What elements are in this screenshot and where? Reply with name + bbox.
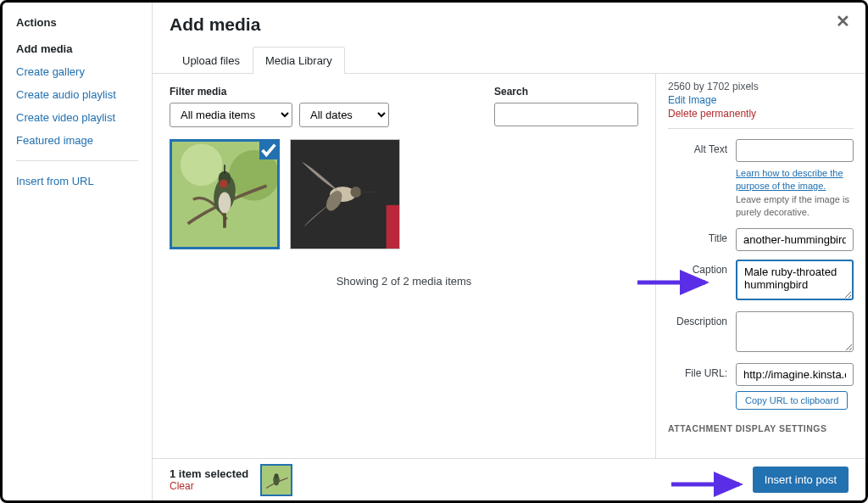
search-input[interactable] bbox=[494, 103, 638, 126]
filter-media-label: Filter media bbox=[170, 86, 389, 98]
file-url-label: File URL: bbox=[668, 363, 727, 410]
svg-point-14 bbox=[275, 473, 279, 478]
alt-text-label: Alt Text bbox=[668, 139, 727, 220]
sidebar-item-add-media[interactable]: Add media bbox=[3, 37, 152, 60]
alt-help-text: Learn how to describe the purpose of the… bbox=[736, 167, 854, 220]
description-label: Description bbox=[668, 311, 727, 355]
hummingbird-perched-mini-image bbox=[262, 466, 291, 495]
svg-point-1 bbox=[181, 143, 223, 186]
attachment-display-settings-heading: ATTACHMENT DISPLAY SETTINGS bbox=[668, 423, 854, 433]
filter-type-select[interactable]: All media items bbox=[170, 103, 292, 127]
filter-date-select[interactable]: All dates bbox=[299, 103, 389, 127]
edit-image-link[interactable]: Edit Image bbox=[668, 94, 854, 106]
sidebar-item-create-video-playlist[interactable]: Create video playlist bbox=[3, 106, 152, 129]
media-thumb-1[interactable] bbox=[170, 139, 280, 249]
modal-footer: 1 item selected Clear Insert into post bbox=[153, 458, 865, 500]
tab-media-library[interactable]: Media Library bbox=[253, 47, 345, 74]
media-count-label: Showing 2 of 2 media items bbox=[170, 275, 638, 288]
sidebar-divider bbox=[16, 160, 138, 161]
search-label: Search bbox=[494, 86, 638, 98]
file-url-input[interactable] bbox=[736, 363, 854, 386]
copy-url-button[interactable]: Copy URL to clipboard bbox=[736, 391, 848, 410]
insert-into-post-button[interactable]: Insert into post bbox=[753, 467, 849, 493]
svg-point-5 bbox=[220, 180, 228, 188]
sidebar-item-featured-image[interactable]: Featured image bbox=[3, 129, 152, 152]
svg-point-10 bbox=[350, 187, 361, 198]
sidebar-item-create-audio-playlist[interactable]: Create audio playlist bbox=[3, 83, 152, 106]
caption-textarea[interactable]: Male ruby-throated hummingbird bbox=[736, 260, 854, 300]
selected-check-icon bbox=[259, 141, 278, 159]
svg-rect-8 bbox=[387, 205, 399, 249]
page-title: Add media bbox=[170, 14, 849, 35]
close-icon[interactable]: ✕ bbox=[836, 11, 850, 31]
main-panel: Add media ✕ Upload files Media Library F… bbox=[153, 3, 865, 500]
title-label: Title bbox=[668, 228, 727, 251]
hummingbird-flying-image bbox=[291, 140, 399, 249]
clear-selection-link[interactable]: Clear bbox=[170, 480, 248, 492]
alt-help-link[interactable]: Learn how to describe the purpose of the… bbox=[736, 168, 843, 191]
selection-count: 1 item selected bbox=[170, 467, 248, 480]
media-thumb-2[interactable] bbox=[290, 139, 400, 249]
svg-point-6 bbox=[219, 193, 231, 214]
description-textarea[interactable] bbox=[736, 311, 854, 352]
delete-permanently-link[interactable]: Delete permanently bbox=[668, 108, 854, 120]
tabs: Upload files Media Library bbox=[153, 47, 865, 74]
footer-selected-thumb[interactable] bbox=[260, 464, 292, 496]
sidebar-item-insert-from-url[interactable]: Insert from URL bbox=[3, 170, 152, 193]
actions-sidebar: Actions Add media Create gallery Create … bbox=[3, 3, 153, 500]
image-dimensions: 2560 by 1702 pixels bbox=[668, 81, 854, 92]
sidebar-heading: Actions bbox=[3, 16, 152, 37]
tab-upload-files[interactable]: Upload files bbox=[170, 47, 253, 74]
caption-label: Caption bbox=[668, 260, 727, 303]
title-input[interactable] bbox=[736, 228, 854, 251]
alt-text-input[interactable] bbox=[736, 139, 854, 162]
media-library-area: Filter media All media items All dates S… bbox=[153, 74, 655, 458]
details-divider bbox=[668, 128, 854, 129]
sidebar-item-create-gallery[interactable]: Create gallery bbox=[3, 60, 152, 83]
attachment-details-panel: 2560 by 1702 pixels Edit Image Delete pe… bbox=[655, 74, 865, 458]
